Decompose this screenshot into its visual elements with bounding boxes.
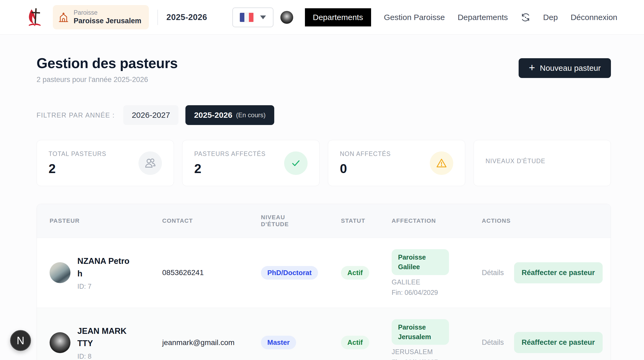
main-content: Gestion des pasteurs 2 pasteurs pour l'a… [0, 35, 644, 360]
page-title: Gestion des pasteurs [37, 55, 178, 71]
header-divider [157, 10, 158, 25]
new-pastor-button-label: Nouveau pasteur [540, 64, 601, 73]
plus-icon: + [529, 62, 535, 73]
column-header-actions: ACTIONS [482, 217, 598, 224]
users-icon [144, 157, 156, 169]
table-row: JEAN MARK TTY ID: 8 jeanmark@gmail.com M… [37, 308, 611, 360]
details-link[interactable]: Détails [482, 269, 504, 277]
departements-button[interactable]: Departements [305, 8, 371, 26]
new-pastor-button[interactable]: + Nouveau pasteur [519, 58, 611, 78]
language-selector[interactable] [232, 7, 273, 27]
affectation-parish-badge: Paroisse Galilee [392, 249, 449, 275]
filter-label: FILTRER PAR ANNÉE : [37, 111, 115, 119]
stat-label: NON AFFECTÉS [340, 150, 391, 158]
france-flag-icon [240, 13, 254, 22]
sync-icon[interactable] [521, 13, 530, 22]
pastor-contact: jeanmark@gmail.com [162, 338, 261, 347]
user-avatar[interactable] [280, 11, 293, 24]
pastor-id: ID: 7 [77, 283, 132, 290]
church-logo-icon [23, 6, 46, 29]
church-building-icon [58, 12, 69, 23]
stat-card-total-pasteurs: TOTAL PASTEURS 2 [37, 140, 174, 186]
details-link[interactable]: Détails [482, 338, 504, 347]
stat-card-pasteurs-affectes: PASTEURS AFFECTÉS 2 [182, 140, 320, 186]
affectation-district: JERUSALEM [392, 348, 482, 356]
reassign-pastor-button[interactable]: Réaffecter ce pasteur [514, 262, 603, 283]
current-year-label: 2025-2026 [166, 13, 207, 22]
column-header-niveau: NIVEAU D'ÉTUDE [261, 214, 296, 228]
column-header-pasteur: PASTEUR [50, 217, 162, 224]
table-row: NZANA Petro h ID: 7 0853626241 PhD/Docto… [37, 238, 611, 308]
column-header-affectation: AFFECTATION [392, 217, 482, 224]
education-level-badge: Master [261, 336, 296, 349]
pastor-id: ID: 8 [77, 353, 132, 360]
column-header-statut: STATUT [341, 217, 392, 224]
reassign-pastor-button[interactable]: Réaffecter ce pasteur [514, 332, 603, 353]
pastor-name: NZANA Petro h [77, 255, 132, 280]
affectation-district: GALILEE [392, 278, 482, 286]
nav-link-dep[interactable]: Dep [543, 13, 558, 22]
stat-label: NIVEAUX D'ÉTUDE [486, 158, 545, 165]
chevron-down-icon [260, 15, 266, 19]
nav-link-departements[interactable]: Departements [458, 13, 508, 22]
affectation-end-date: Fin: 06/04/2029 [392, 289, 482, 296]
year-filter-active-suffix: (En cours) [236, 111, 266, 119]
table-header-row: PASTEUR CONTACT NIVEAU D'ÉTUDE STATUT AF… [37, 204, 611, 238]
stat-card-non-affectes: NON AFFECTÉS 0 [328, 140, 465, 186]
affectation-end-date: Fin: 09/04/2027 [392, 358, 482, 360]
check-icon [290, 157, 302, 169]
year-filter-2025-2026[interactable]: 2025-2026 (En cours) [185, 105, 274, 125]
app-header: Paroisse Paroisse Jerusalem 2025-2026 De… [0, 0, 644, 35]
stat-card-niveaux-etude: NIVEAUX D'ÉTUDE [474, 140, 611, 186]
pastors-table: PASTEUR CONTACT NIVEAU D'ÉTUDE STATUT AF… [37, 204, 611, 360]
year-filter-2026-2027[interactable]: 2026-2027 [123, 105, 178, 125]
pastor-contact: 0853626241 [162, 268, 261, 277]
pastor-avatar [50, 262, 70, 283]
brand-name: Paroisse Jerusalem [74, 17, 141, 26]
affectation-parish-badge: Paroisse Jerusalem [392, 319, 449, 345]
pastor-avatar [50, 332, 70, 353]
parish-brand-badge[interactable]: Paroisse Paroisse Jerusalem [53, 5, 149, 29]
nav-link-logout[interactable]: Déconnexion [571, 13, 617, 22]
stats-row: TOTAL PASTEURS 2 PASTEURS AFFECTÉS 2 [37, 140, 611, 186]
warning-icon [435, 157, 448, 169]
stat-value: 2 [194, 161, 266, 176]
stat-label: TOTAL PASTEURS [49, 150, 106, 158]
pastor-name: JEAN MARK TTY [77, 325, 132, 350]
stat-value: 0 [340, 161, 391, 176]
page-subtitle: 2 pasteurs pour l'année 2025-2026 [37, 76, 178, 84]
year-filter-active-label: 2025-2026 [194, 111, 232, 120]
education-level-badge: PhD/Doctorat [261, 266, 318, 280]
stat-value: 2 [49, 161, 106, 176]
status-badge: Actif [341, 266, 369, 280]
nextjs-dev-badge[interactable]: N [10, 330, 31, 351]
stat-label: PASTEURS AFFECTÉS [194, 150, 266, 158]
status-badge: Actif [341, 336, 369, 349]
brand-label: Paroisse [74, 9, 141, 17]
nav-link-gestion-paroisse[interactable]: Gestion Paroisse [384, 13, 445, 22]
column-header-contact: CONTACT [162, 217, 261, 224]
